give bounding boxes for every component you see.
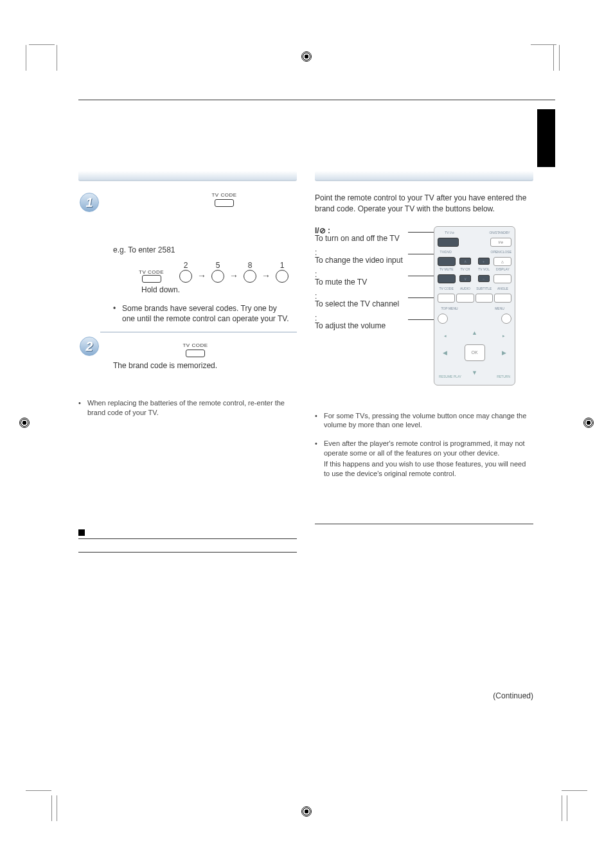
arrow-icon: → bbox=[228, 270, 240, 281]
remote-btn-tv-power bbox=[438, 238, 459, 247]
square-bullet-icon bbox=[78, 529, 85, 536]
remote-btn-display bbox=[493, 274, 511, 283]
remote-label-audio: AUDIO bbox=[456, 287, 474, 290]
tv-code-label-3: TV CODE bbox=[94, 343, 297, 348]
remote-label-openclose: OPEN/CLOSE bbox=[491, 250, 512, 254]
note-volume: For some TVs, pressing the volume button… bbox=[324, 411, 533, 430]
hold-down-label: Hold down. bbox=[141, 285, 290, 294]
step1-note-text: Some brands have several codes. Try one … bbox=[122, 303, 290, 324]
remote-btn-vol-up: + bbox=[478, 258, 490, 265]
remote-btn-tvcode bbox=[438, 294, 455, 303]
note-original-remote: If this happens and you wish to use thos… bbox=[324, 459, 533, 479]
digit-8: 8 bbox=[248, 261, 253, 270]
arrow-icon: → bbox=[196, 270, 208, 281]
digit-2: 2 bbox=[184, 261, 188, 270]
number-button-icon bbox=[211, 270, 224, 283]
remote-btn-tvdvd bbox=[438, 257, 456, 266]
remote-dpad: ▲ ▼ ◀ ▶ ◂ ▸ RESUME PLAY RETURN OK bbox=[438, 327, 511, 378]
dpad-skip-back-icon: ◂ bbox=[444, 333, 447, 339]
func-volume: To adjust the volume bbox=[315, 321, 421, 330]
lower-rule-right bbox=[315, 524, 533, 524]
remote-label-topmenu: TOP MENU bbox=[438, 306, 461, 310]
remote-btn-audio bbox=[456, 294, 474, 303]
remote-btn-tvmute bbox=[438, 274, 456, 283]
step-2: 2 TV CODE The brand code is memorized. bbox=[100, 337, 297, 379]
tv-code-label-2: TV CODE bbox=[139, 270, 164, 275]
remote-label-tvcode: TV CODE bbox=[438, 287, 455, 290]
right-notes: • For some TVs, pressing the volume butt… bbox=[315, 411, 533, 479]
remote-label-display: DISPLAY bbox=[494, 267, 511, 271]
battery-note-text: When replacing the batteries of the remo… bbox=[87, 398, 297, 418]
dpad-up-icon: ▲ bbox=[472, 330, 477, 336]
number-button-icon bbox=[244, 270, 256, 283]
arrow-icon: → bbox=[260, 270, 272, 281]
remote-illustration: TV I/⊘ ON/STANDBY I/⊘ TV/DVD OPEN/CLOSE bbox=[434, 226, 515, 385]
dpad-down-icon: ▼ bbox=[472, 369, 477, 376]
registration-mark-bottom bbox=[301, 806, 312, 817]
right-intro-text: Point the remote control to your TV afte… bbox=[315, 193, 533, 215]
lower-section-header bbox=[78, 527, 297, 539]
step1-note: • Some brands have several codes. Try on… bbox=[113, 303, 290, 324]
note-programmed: Even after the player's remote control i… bbox=[324, 439, 533, 458]
example-digits: TV CODE 2 → 5 → 8 → 1 bbox=[139, 261, 290, 283]
digit-1: 1 bbox=[280, 261, 285, 270]
remote-btn-power: I/⊘ bbox=[490, 238, 511, 247]
tv-code-button-icon bbox=[215, 199, 234, 207]
header-rule bbox=[78, 100, 555, 100]
continued-label: (Continued) bbox=[315, 691, 533, 700]
function-block: I/⊘ : To turn on and off the TV : To cha… bbox=[315, 226, 533, 385]
remote-label-return: RETURN bbox=[497, 375, 510, 378]
tv-code-button-icon-2 bbox=[142, 275, 161, 283]
remote-label-onstandby: ON/STANDBY bbox=[488, 231, 511, 235]
remote-label-tvdvd: TV/DVD bbox=[438, 250, 454, 254]
section-header-bar-right bbox=[315, 171, 533, 181]
registration-mark-left bbox=[19, 418, 30, 428]
number-button-icon bbox=[276, 270, 289, 283]
step-number-1: 1 bbox=[80, 193, 99, 212]
remote-btn-angle bbox=[494, 294, 511, 303]
remote-label-tvch: TV CH bbox=[456, 267, 474, 271]
number-button-icon bbox=[179, 270, 192, 283]
tv-code-button-icon-3 bbox=[186, 350, 205, 357]
remote-btn-topmenu bbox=[438, 314, 448, 324]
page-index-tab bbox=[537, 109, 555, 167]
tv-code-label: TV CODE bbox=[158, 193, 290, 198]
remote-btn-ok: OK bbox=[465, 344, 485, 361]
remote-label-angle: ANGLE bbox=[494, 287, 511, 290]
remote-label-tvmute: TV MUTE bbox=[438, 267, 455, 271]
left-notes: • When replacing the batteries of the re… bbox=[78, 398, 297, 418]
dpad-right-icon: ▶ bbox=[502, 350, 506, 356]
remote-label-menu: MENU bbox=[488, 306, 511, 310]
remote-label-resume: RESUME PLAY bbox=[439, 375, 461, 378]
func-channel: To select the TV channel bbox=[315, 299, 421, 308]
dpad-skip-fwd-icon: ▸ bbox=[502, 333, 505, 339]
remote-label-subtitle: SUBTITLE bbox=[475, 287, 493, 290]
remote-btn-eject: △ bbox=[493, 257, 511, 266]
step-1: 1 TV CODE e.g. To enter 2581 TV CODE bbox=[100, 193, 297, 333]
memorized-text: The brand code is memorized. bbox=[113, 361, 297, 370]
func-power: To turn on and off the TV bbox=[315, 234, 421, 243]
dpad-left-icon: ◀ bbox=[443, 350, 447, 356]
registration-mark-right bbox=[583, 418, 594, 428]
example-label: e.g. To enter 2581 bbox=[113, 245, 290, 254]
section-header-bar-left bbox=[78, 171, 297, 181]
registration-mark-top bbox=[301, 51, 312, 62]
lower-rule bbox=[78, 552, 297, 553]
remote-btn-ch-up: ∧ bbox=[459, 258, 471, 265]
remote-label-tvpower: TV I/⊘ bbox=[438, 231, 461, 235]
remote-btn-subtitle bbox=[475, 294, 493, 303]
digit-5: 5 bbox=[216, 261, 220, 270]
func-mute: To mute the TV bbox=[315, 278, 421, 287]
remote-btn-vol-down: – bbox=[478, 275, 490, 282]
func-input: To change the video input bbox=[315, 256, 421, 265]
remote-btn-menu bbox=[501, 314, 511, 324]
remote-label-tvvol: TV VOL bbox=[475, 267, 493, 271]
remote-btn-ch-down: ∨ bbox=[459, 275, 471, 282]
